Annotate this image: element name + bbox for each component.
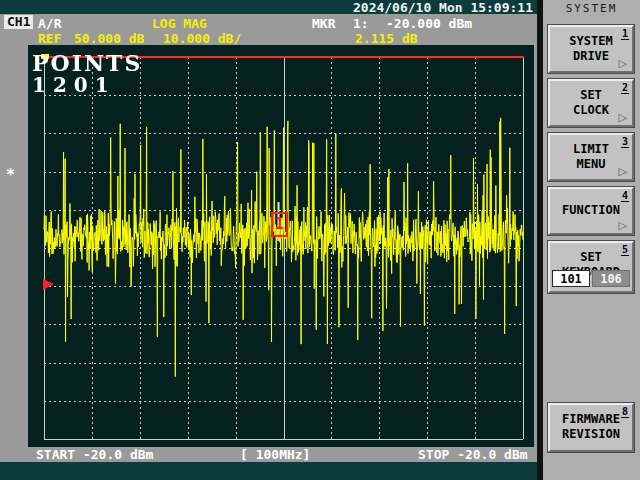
- channel-badge[interactable]: CH1: [4, 15, 33, 29]
- submenu-arrow-icon: ▷: [619, 166, 627, 177]
- softkey-number: 3: [621, 137, 629, 148]
- softkey-limit-menu[interactable]: LIMIT MENU 3 ▷: [548, 133, 634, 181]
- softkey-label: FIRMWARE: [550, 412, 632, 427]
- scale-per-div-value: 10.000 dB/: [163, 31, 241, 46]
- menu-title: SYSTEM: [543, 2, 640, 15]
- softkey-label: SET: [550, 88, 632, 103]
- submenu-arrow-icon: ▷: [619, 220, 627, 231]
- points-annotation: POINTS 1201: [32, 52, 142, 96]
- points-annotation-value: 1201: [32, 74, 142, 96]
- softkey-set-clock[interactable]: SET CLOCK 2 ▷: [548, 79, 634, 127]
- keyboard-106-option[interactable]: 106: [592, 270, 630, 287]
- display-panel: CH1 A/R LOG MAG MKR 1: -20.000 dBm REF 5…: [0, 14, 537, 462]
- softkey-set-keyboard[interactable]: SET KEYBOARD 5 101 106: [548, 241, 634, 293]
- instrument-display: 2024/06/10 Mon 15:09:11 CH1 A/R LOG MAG …: [0, 0, 537, 480]
- softkey-firmware-revision[interactable]: FIRMWARE REVISION 8: [548, 403, 634, 452]
- softkey-system-drive[interactable]: SYSTEM DRIVE 1 ▷: [548, 25, 634, 73]
- ref-label: REF: [38, 31, 61, 46]
- format-readout: LOG MAG: [152, 16, 207, 31]
- datetime-readout: 2024/06/10 Mon 15:09:11: [353, 0, 533, 15]
- softkey-number: 1: [621, 29, 629, 40]
- stop-value: STOP -20.0 dBm: [418, 447, 528, 462]
- marker-1-flag: 1: [271, 212, 288, 237]
- submenu-arrow-icon: ▷: [619, 58, 627, 69]
- marker-label: MKR: [312, 16, 335, 31]
- ref-value: 50.000 dB: [74, 31, 144, 46]
- marker-number: 1:: [353, 16, 369, 31]
- softkey-label: SYSTEM: [550, 34, 632, 49]
- softkey-menu: SYSTEM SYSTEM DRIVE 1 ▷ SET CLOCK 2 ▷ LI…: [543, 0, 640, 480]
- titlebar: 2024/06/10 Mon 15:09:11: [0, 0, 537, 14]
- softkey-number: 8: [621, 407, 629, 418]
- softkey-number: 5: [621, 245, 629, 256]
- keyboard-101-option[interactable]: 101: [552, 270, 590, 287]
- measurement-readout: A/R: [38, 16, 61, 31]
- status-asterisk: *: [6, 166, 15, 184]
- softkey-label: FUNCTION: [550, 196, 632, 218]
- trace-plot-canvas: [28, 45, 534, 447]
- stimulus-bar: START -20.0 dBm [ 100MHz] STOP -20.0 dBm: [0, 447, 537, 462]
- marker-stimulus-value: -20.000 dBm: [386, 16, 472, 31]
- softkey-number: 2: [621, 83, 629, 94]
- submenu-arrow-icon: ▷: [619, 112, 627, 123]
- if-bandwidth-value: [ 100MHz]: [240, 447, 310, 462]
- softkey-label: REVISION: [550, 427, 632, 442]
- start-value: START -20.0 dBm: [36, 447, 153, 462]
- softkey-label: LIMIT: [550, 142, 632, 157]
- keyboard-type-toggle: 101 106: [552, 270, 630, 287]
- softkey-label: SET: [550, 250, 632, 265]
- marker-response-value: 2.115 dB: [355, 31, 418, 46]
- softkey-function[interactable]: FUNCTION 4 ▷: [548, 187, 634, 235]
- graticule-screen: POINTS 1201 1: [28, 45, 534, 447]
- points-annotation-label: POINTS: [32, 52, 142, 74]
- softkey-number: 4: [621, 191, 629, 202]
